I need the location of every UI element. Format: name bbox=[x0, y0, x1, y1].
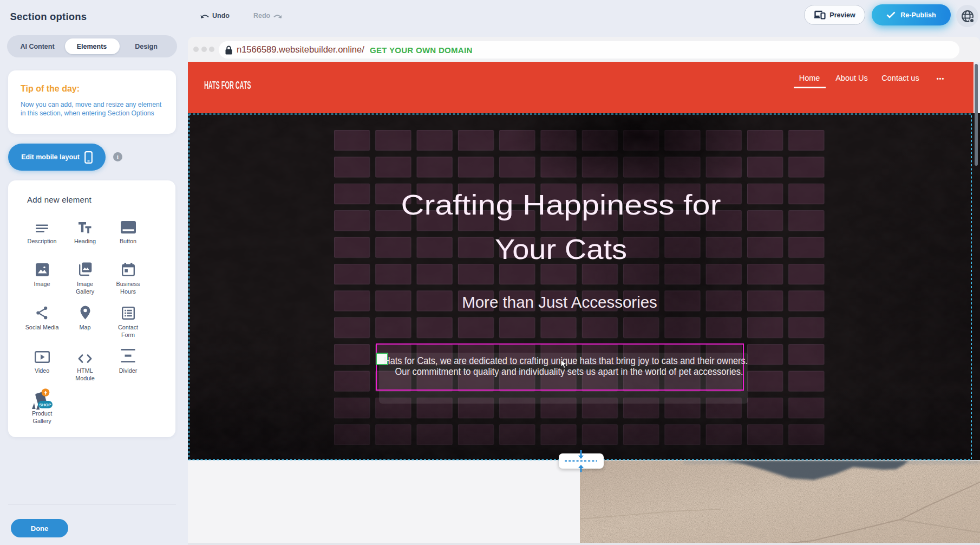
svg-text:SHOP: SHOP bbox=[39, 403, 51, 407]
